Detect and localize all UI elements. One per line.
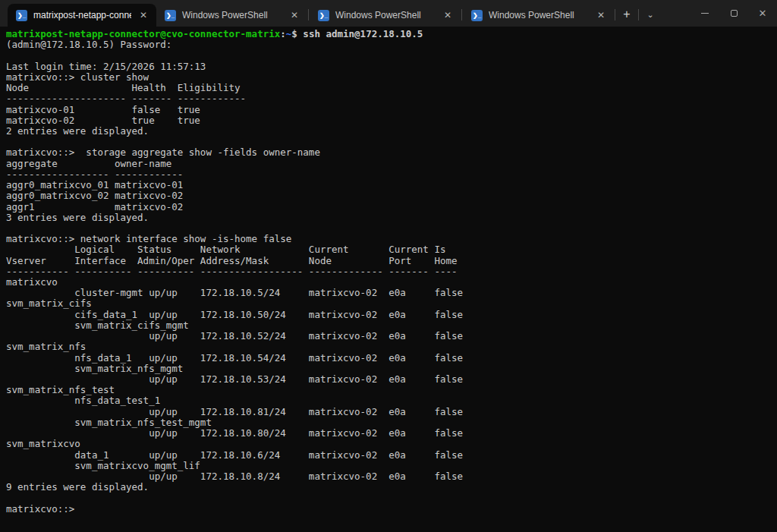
powershell-icon: ❯_ [165, 10, 176, 21]
terminal-line: Last login time: 2/15/2026 11:57:13 [6, 61, 777, 72]
tab-title: Windows PowerShell [335, 10, 436, 20]
terminal-line [6, 137, 777, 147]
prompt-separator: : [280, 28, 286, 39]
tab-bar: ❯_ matrixpost-netapp-connector ✕ ❯_ Wind… [0, 0, 777, 27]
terminal-line: svm_matrixcvo_mgmt_lif [6, 461, 777, 471]
terminal-line: matrixcvo-02 true true [6, 115, 777, 126]
terminal-line: Node Health Eligibility [6, 83, 777, 93]
terminal-line: aggr0_matrixcvo_01 matrixcvo-01 [6, 180, 777, 190]
terminal-line: matrixcvo-01 false true [6, 105, 777, 115]
terminal-line: up/up 172.18.10.81/24 matrixcvo-02 e0a f… [6, 407, 777, 417]
maximize-button[interactable] [719, 0, 748, 27]
minimize-button[interactable] [690, 0, 719, 27]
terminal-line: svm_matrix_nfs_test_mgmt [6, 417, 777, 428]
maximize-icon [731, 10, 738, 17]
prompt-symbol: $ [291, 28, 297, 39]
close-icon: ✕ [759, 8, 767, 18]
shell-prompt-line: matrixpost-netapp-connector@cvo-connecto… [6, 29, 777, 39]
close-tab-icon[interactable]: ✕ [595, 9, 607, 21]
close-tab-icon[interactable]: ✕ [288, 9, 300, 21]
chevron-down-icon: ⌄ [646, 10, 653, 20]
terminal-line: svm_matrix_nfs_mgmt [6, 364, 777, 374]
terminal-line: svm_matrix_cifs [6, 298, 777, 309]
terminal-line: 2 entries were displayed. [6, 126, 777, 137]
tab-divider [615, 9, 615, 20]
tab-dropdown-button[interactable]: ⌄ [640, 4, 661, 25]
terminal-line: matrixcvo [6, 277, 777, 288]
terminal-line: aggregate owner-name [6, 159, 777, 169]
window-controls: ✕ [690, 0, 777, 27]
tab-windows-powershell-3[interactable]: ❯_ Windows PowerShell ✕ [463, 4, 614, 27]
close-tab-icon[interactable]: ✕ [137, 9, 149, 21]
terminal-line: ------------------ ------------ [6, 169, 777, 180]
tab-matrixpost-netapp-connector[interactable]: ❯_ matrixpost-netapp-connector ✕ [8, 4, 156, 27]
terminal-pane[interactable]: matrixpost-netapp-connector@cvo-connecto… [0, 27, 777, 532]
terminal-body: (admin@172.18.10.5) Password: Last login… [6, 39, 777, 515]
terminal-line: matrixcvo::> storage aggregate show -fie… [6, 147, 777, 158]
terminal-line: matrixcvo::> network interface show -is-… [6, 234, 777, 244]
terminal-line: aggr1 matrixcvo-02 [6, 202, 777, 212]
terminal-line: up/up 172.18.10.8/24 matrixcvo-02 e0a fa… [6, 471, 777, 482]
terminal-line [6, 223, 777, 234]
terminal-line: svm_matrixcvo [6, 439, 777, 449]
new-tab-button[interactable]: + [616, 4, 637, 25]
tab-title: Windows PowerShell [489, 10, 589, 20]
minimize-icon [701, 13, 709, 14]
terminal-line: svm_matrix_nfs [6, 342, 777, 352]
terminal-line [6, 50, 777, 61]
terminal-line: up/up 172.18.10.52/24 matrixcvo-02 e0a f… [6, 331, 777, 342]
terminal-line: nfs_data_test_1 [6, 395, 777, 406]
terminal-line: --------------------- ------- ----------… [6, 93, 777, 104]
terminal-line: cluster-mgmt up/up 172.18.10.5/24 matrix… [6, 288, 777, 298]
terminal-line: matrixcvo::> [6, 504, 777, 515]
tab-divider [638, 9, 639, 20]
terminal-line [6, 493, 777, 503]
terminal-line: cifs_data_1 up/up 172.18.10.50/24 matrix… [6, 310, 777, 320]
terminal-line: Logical Status Network Current Current I… [6, 244, 777, 255]
typed-command: ssh admin@172.18.10.5 [297, 28, 423, 39]
powershell-icon: ❯_ [318, 10, 329, 21]
terminal-line: svm_matrix_cifs_mgmt [6, 320, 777, 331]
terminal-line: svm_matrix_nfs_test [6, 385, 777, 395]
terminal-line: Vserver Interface Admin/Oper Address/Mas… [6, 256, 777, 266]
terminal-line: up/up 172.18.10.53/24 matrixcvo-02 e0a f… [6, 374, 777, 385]
close-tab-icon[interactable]: ✕ [442, 9, 454, 21]
tab-windows-powershell-2[interactable]: ❯_ Windows PowerShell ✕ [310, 4, 461, 27]
terminal-line: (admin@172.18.10.5) Password: [6, 39, 777, 50]
terminal-line: 9 entries were displayed. [6, 482, 777, 493]
terminal-line: ----------- ---------- ---------- ------… [6, 266, 777, 277]
close-window-button[interactable]: ✕ [748, 0, 777, 27]
prompt-user-host: matrixpost-netapp-connector@cvo-connecto… [6, 28, 280, 39]
terminal-line: matrixcvo::> cluster show [6, 72, 777, 83]
plus-icon: + [623, 8, 630, 21]
tab-divider [308, 9, 309, 20]
powershell-icon: ❯_ [16, 10, 27, 21]
tab-divider [461, 9, 462, 20]
terminal-line: data_1 up/up 172.18.10.6/24 matrixcvo-02… [6, 450, 777, 461]
terminal-line: nfs_data_1 up/up 172.18.10.54/24 matrixc… [6, 353, 777, 364]
terminal-line: up/up 172.18.10.80/24 matrixcvo-02 e0a f… [6, 428, 777, 439]
tab-title: Windows PowerShell [182, 10, 282, 20]
powershell-icon: ❯_ [471, 10, 483, 21]
terminal-line: 3 entries were displayed. [6, 212, 777, 223]
tab-title: matrixpost-netapp-connector [33, 10, 131, 20]
terminal-line: aggr0_matrixcvo_02 matrixcvo-02 [6, 190, 777, 201]
tab-windows-powershell-1[interactable]: ❯_ Windows PowerShell ✕ [156, 4, 307, 27]
